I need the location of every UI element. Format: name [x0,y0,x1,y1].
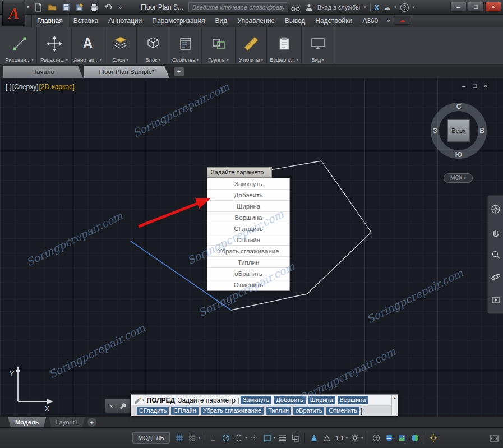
doc-minimize-icon[interactable]: – [462,82,465,89]
menu-item-ltype[interactable]: Типлин [207,257,289,268]
command-option-chip[interactable]: Ширина [308,396,335,404]
ortho-toggle[interactable]: ∟ [207,432,219,444]
clean-screen-toggle[interactable] [488,433,500,444]
doc-close-icon[interactable]: × [484,82,487,89]
open-file-button[interactable] [47,2,57,12]
tab-model[interactable]: Модель [8,417,47,428]
panel-draw[interactable]: Рисован...▾ [2,27,37,64]
ribbon-tab-manage[interactable]: Управление [232,15,280,27]
close-button[interactable]: × [485,2,501,12]
view-control-button[interactable]: [Сверху] [12,83,39,91]
workspace-chevron-icon[interactable]: ▾ [361,436,363,440]
ribbon-tab-annotate[interactable]: Аннотации [103,15,147,27]
command-option-chip[interactable]: оБратить [293,407,324,415]
command-history-scroll[interactable]: ▲ [391,395,398,415]
help-chevron-icon[interactable]: ▾ [413,5,415,10]
save-button[interactable] [61,2,71,12]
scroll-up-icon[interactable]: ▲ [393,396,397,400]
ribbon-tab-home[interactable]: Главная [31,14,68,27]
panel-layers[interactable]: Слои▾ [104,27,137,64]
pan-hand-icon[interactable] [491,227,501,237]
navigation-wheel-icon[interactable] [491,204,501,214]
ribbon-tab-view[interactable]: Вид [210,15,233,27]
command-line-window[interactable]: ▾ ПОЛРЕД Задайте параметр [ Замкнуть Доб… [131,394,398,415]
annotation-autoscale-toggle[interactable] [321,432,333,444]
recent-commands-chevron-icon[interactable]: ▾ [142,398,145,403]
tab-overflow-button[interactable]: » [386,17,390,24]
annotation-visibility-toggle[interactable] [308,432,320,444]
snap-mode-toggle[interactable] [187,432,198,444]
command-option-chip[interactable]: СГладить [137,407,169,415]
isolate-objects-toggle[interactable] [428,432,439,444]
orbit-icon[interactable] [491,272,501,282]
isodraft-toggle[interactable] [233,432,244,444]
ribbon-tab-parametric[interactable]: Параметризация [147,15,210,27]
panel-view[interactable]: Вид▾ [302,27,334,64]
command-wrench-icon[interactable] [118,402,126,410]
panel-utilities[interactable]: Утилиты▾ [236,27,267,64]
command-option-chip[interactable]: СПлайн [171,407,199,415]
object-snap-toggle[interactable] [262,432,273,444]
viewport-menu-button[interactable]: [-] [6,83,12,91]
cloud-chevron-icon[interactable]: ▾ [394,5,396,10]
new-file-button[interactable] [33,2,43,12]
sign-in-chevron-icon[interactable]: ▾ [364,5,366,10]
ribbon-tab-insert[interactable]: Вставка [68,15,104,27]
viewcube-top-face[interactable]: Верх [447,119,470,142]
application-menu-chevron-icon[interactable]: ▾ [27,4,29,10]
ribbon-tab-a360[interactable]: A360 [357,15,383,27]
menu-item-reverse[interactable]: оБратить [207,268,289,279]
sign-in-label[interactable]: Вход в службы [317,4,360,11]
object-snap-tracking-toggle[interactable] [249,432,260,444]
annotation-monitor-toggle[interactable] [371,432,382,444]
panel-groups[interactable]: Группы▾ [202,27,236,64]
command-option-chip[interactable]: Типлин [266,407,291,415]
osnap-chevron-icon[interactable]: ▾ [274,436,276,440]
file-tab-start[interactable]: Начало [3,66,83,78]
doc-restore-icon[interactable]: □ [473,82,477,89]
zoom-icon[interactable] [491,250,501,260]
viewcube[interactable]: С Ю З В Верх [431,103,487,159]
visual-style-button[interactable]: [2D-каркас] [39,83,74,91]
viewcube-north[interactable]: С [456,103,462,110]
command-option-chip[interactable]: Добавить [274,396,306,404]
help-button[interactable]: ? [400,3,409,12]
annotation-scale-button[interactable]: 1:1 [334,435,345,441]
quick-properties-toggle[interactable] [384,432,395,444]
ribbon-tab-addins[interactable]: Надстройки [310,15,357,27]
menu-item-join[interactable]: Добавить [207,190,289,201]
menu-item-undo[interactable]: Отменить [207,279,289,290]
menu-item-decurve[interactable]: Убрать сглаживание [207,246,289,257]
viewcube-south[interactable]: Ю [455,151,462,159]
application-menu-button[interactable]: A [2,1,25,26]
command-option-chip[interactable]: Отменить [326,407,359,415]
command-window-grip[interactable]: × [105,398,131,413]
menu-item-close[interactable]: Замкнуть [207,178,289,190]
menu-item-width[interactable]: Ширина [207,201,289,212]
tab-layout1[interactable]: Layout1 [49,417,85,428]
command-option-chip[interactable]: Вершина [338,396,368,404]
plot-button[interactable] [89,2,99,12]
command-close-icon[interactable]: × [109,403,113,409]
search-input[interactable] [189,4,288,11]
model-space-toggle[interactable]: МОДЕЛЬ [132,432,170,444]
selection-cycling-toggle[interactable] [290,432,301,444]
connect-button[interactable]: ☁ [394,16,410,25]
hardware-acceleration-toggle[interactable] [409,432,421,444]
maximize-button[interactable]: □ [468,2,484,12]
undo-button[interactable] [103,2,113,12]
new-drawing-tab-button[interactable]: + [174,67,184,76]
minimize-button[interactable]: – [450,2,467,12]
lineweight-toggle[interactable] [277,432,288,444]
panel-modify[interactable]: Редакти...▾ [37,27,72,64]
search-binoculars-icon[interactable] [290,3,301,12]
workspace-switching-button[interactable] [349,432,361,444]
menu-item-vertex[interactable]: Вершина [207,212,289,223]
viewcube-east[interactable]: В [479,127,484,135]
panel-clipboard[interactable]: Буфер о...▾ [267,27,302,64]
save-as-button[interactable] [75,2,85,12]
grid-display-toggle[interactable] [174,432,185,444]
snap-chevron-icon[interactable]: ▾ [199,436,201,440]
isodraft-chevron-icon[interactable]: ▾ [245,436,247,440]
panel-block[interactable]: Блок▾ [137,27,169,64]
